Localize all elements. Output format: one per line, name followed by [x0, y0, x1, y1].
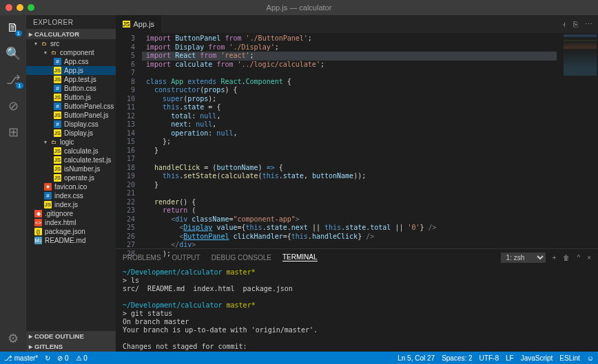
file-package.json[interactable]: {}package.json: [26, 227, 116, 236]
project-header[interactable]: ▸CALCULATOR: [26, 29, 116, 39]
file-ButtonPanel.css[interactable]: #ButtonPanel.css: [26, 102, 116, 111]
css-icon: #: [44, 192, 52, 200]
activity-bar: 🗎1 🔍 ⎇1 ⊘ ⊞ ⚙: [0, 15, 26, 352]
code-editor[interactable]: import ButtonPanel from './ButtonPanel';…: [142, 33, 557, 248]
file-Button.js[interactable]: JSButton.js: [26, 93, 116, 102]
bottom-panel: PROBLEMSOUTPUTDEBUG CONSOLETERMINAL 1: z…: [116, 248, 598, 352]
file-calculate.js[interactable]: JScalculate.js: [26, 147, 116, 156]
js-icon: JS: [54, 129, 61, 137]
sidebar-title: EXPLORER: [26, 15, 116, 29]
folder-src[interactable]: ▾🗀src: [26, 39, 116, 48]
debug-icon[interactable]: ⊘: [8, 98, 19, 114]
fav-icon: ★: [44, 183, 52, 191]
folder-component[interactable]: ▾🗀component: [26, 48, 116, 57]
editor-tabs: JS App.js ⫞ ⎘ ⋯: [116, 15, 598, 33]
status-bar: ⎇ master* ↻ ⊘ 0 ⚠ 0 Ln 5, Col 27 Spaces:…: [0, 352, 598, 364]
css-icon: #: [54, 120, 61, 128]
sidebar: EXPLORER ▸CALCULATOR ▾🗀src▾🗀component#Ap…: [26, 15, 116, 352]
settings-icon[interactable]: ⚙: [8, 331, 19, 346]
js-icon: JS: [54, 111, 61, 119]
status-warnings[interactable]: ⚠ 0: [76, 354, 87, 362]
html-icon: <>: [34, 219, 42, 226]
editor-area: JS App.js ⫞ ⎘ ⋯ 345678910111213141516171…: [116, 15, 598, 352]
line-gutter: 3456789101112131415161718192021222324252…: [116, 33, 142, 248]
file-App.css[interactable]: #App.css: [26, 57, 116, 66]
css-icon: #: [54, 103, 61, 110]
file-Display.css[interactable]: #Display.css: [26, 120, 116, 129]
status-spaces[interactable]: Spaces: 2: [442, 354, 472, 362]
file-index.html[interactable]: <>index.html: [26, 218, 116, 227]
file-Display.js[interactable]: JSDisplay.js: [26, 129, 116, 138]
status-eslint[interactable]: ESLint: [559, 354, 579, 362]
tab-app-js[interactable]: JS App.js: [116, 15, 162, 33]
file-tree: ▾🗀src▾🗀component#App.cssJSApp.jsJSApp.te…: [26, 39, 116, 331]
code-outline-header[interactable]: ▸CODE OUTLINE: [26, 331, 116, 341]
explorer-icon[interactable]: 🗎1: [7, 21, 19, 35]
file-README.md[interactable]: M↓README.md: [26, 236, 116, 245]
status-encoding[interactable]: UTF-8: [480, 354, 499, 362]
js-icon: JS: [54, 156, 61, 164]
status-branch[interactable]: ⎇ master*: [4, 354, 38, 362]
source-control-icon[interactable]: ⎇1: [6, 72, 21, 87]
close-panel-icon[interactable]: ×: [587, 254, 591, 261]
gitlens-header[interactable]: ▸GITLENS: [26, 341, 116, 352]
compare-icon[interactable]: ⎘: [573, 20, 578, 29]
close-window[interactable]: [6, 4, 12, 11]
status-language[interactable]: JavaScript: [521, 354, 553, 362]
status-cursor[interactable]: Ln 5, Col 27: [398, 354, 435, 362]
css-icon: #: [54, 58, 61, 65]
git-icon: ◆: [34, 210, 42, 217]
js-icon: JS: [54, 76, 61, 83]
folder-logic[interactable]: ▾🗀logic: [26, 138, 116, 147]
js-icon: JS: [54, 174, 61, 182]
js-icon: JS: [54, 147, 61, 155]
minimize-window[interactable]: [17, 4, 23, 11]
json-icon: {}: [34, 228, 42, 235]
status-eol[interactable]: LF: [506, 354, 514, 362]
file-favicon.ico[interactable]: ★favicon.ico: [26, 182, 116, 191]
maximize-panel-icon[interactable]: ^: [577, 254, 580, 261]
more-icon[interactable]: ⋯: [585, 20, 592, 29]
file-isNumber.js[interactable]: JSisNumber.js: [26, 164, 116, 173]
status-feedback[interactable]: ☺: [587, 354, 594, 362]
titlebar: App.js — calculator: [0, 0, 598, 15]
window-title: App.js — calculator: [267, 3, 332, 12]
terminal-output[interactable]: ~/Development/calculator master* > ls sr…: [116, 266, 598, 352]
file-Button.css[interactable]: #Button.css: [26, 84, 116, 93]
file-operate.js[interactable]: JSoperate.js: [26, 173, 116, 182]
js-icon: JS: [123, 21, 130, 28]
split-editor-icon[interactable]: ⫞: [562, 20, 566, 29]
file-index.js[interactable]: JSindex.js: [26, 200, 116, 209]
md-icon: M↓: [34, 237, 42, 244]
status-errors[interactable]: ⊘ 0: [57, 354, 68, 362]
file-ButtonPanel.js[interactable]: JSButtonPanel.js: [26, 111, 116, 120]
js-icon: JS: [54, 94, 61, 101]
js-icon: JS: [54, 67, 61, 74]
file-App.test.js[interactable]: JSApp.test.js: [26, 75, 116, 84]
file-calculate.test.js[interactable]: JScalculate.test.js: [26, 156, 116, 164]
file-index.css[interactable]: #index.css: [26, 191, 116, 200]
js-icon: JS: [54, 165, 61, 173]
tab-label: App.js: [134, 20, 155, 28]
extensions-icon[interactable]: ⊞: [8, 125, 19, 140]
minimap[interactable]: [557, 33, 598, 248]
js-icon: JS: [44, 201, 52, 208]
file-.gitignore[interactable]: ◆.gitignore: [26, 209, 116, 218]
kill-terminal-icon[interactable]: 🗑: [563, 254, 570, 261]
search-icon[interactable]: 🔍: [6, 46, 21, 61]
maximize-window[interactable]: [28, 4, 34, 11]
css-icon: #: [54, 85, 61, 92]
status-sync[interactable]: ↻: [45, 354, 50, 362]
file-App.js[interactable]: JSApp.js: [26, 66, 116, 75]
